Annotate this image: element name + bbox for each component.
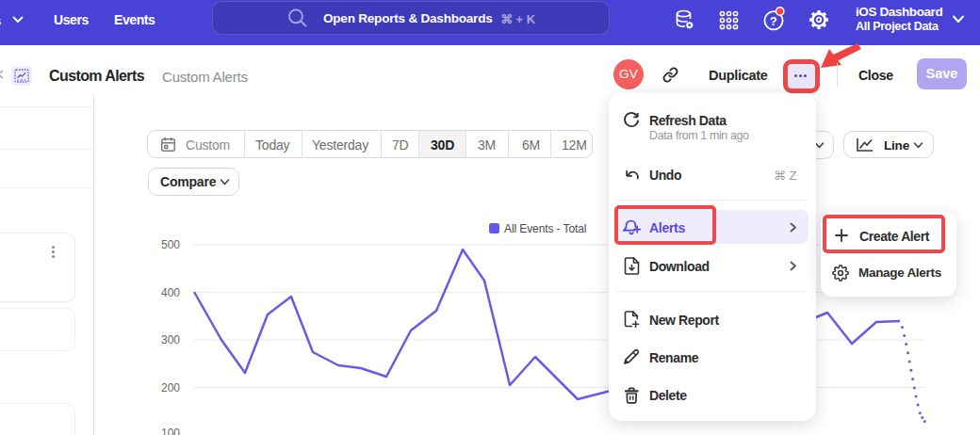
svg-text:400: 400 (161, 286, 180, 299)
svg-text:300: 300 (161, 333, 180, 346)
svg-text:100: 100 (161, 427, 180, 435)
svg-text:500: 500 (161, 238, 180, 251)
svg-text:200: 200 (161, 381, 180, 395)
